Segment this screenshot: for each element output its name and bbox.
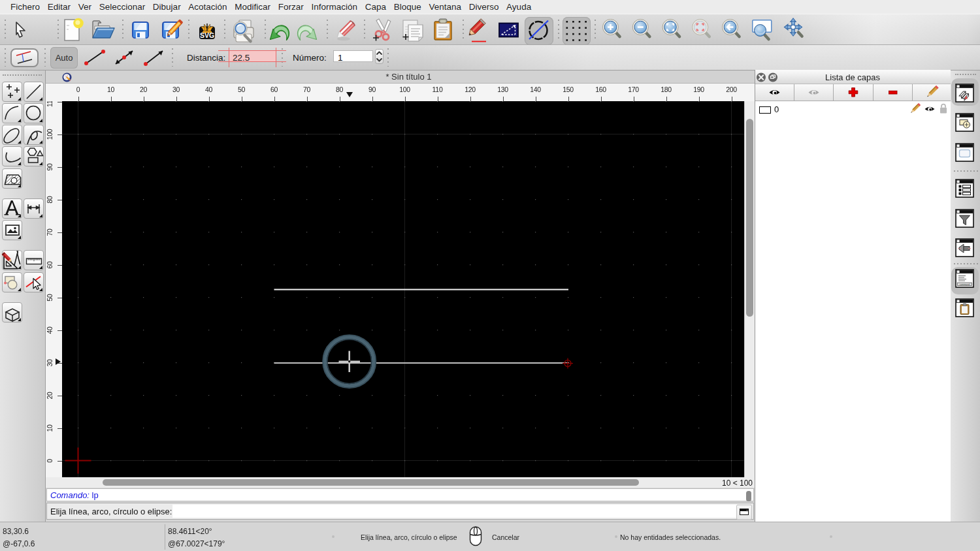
svg-text:SVG: SVG [200, 31, 214, 39]
svg-text:command: command [960, 283, 970, 286]
svg-text:Lista de capas: Lista de capas [825, 72, 880, 82]
